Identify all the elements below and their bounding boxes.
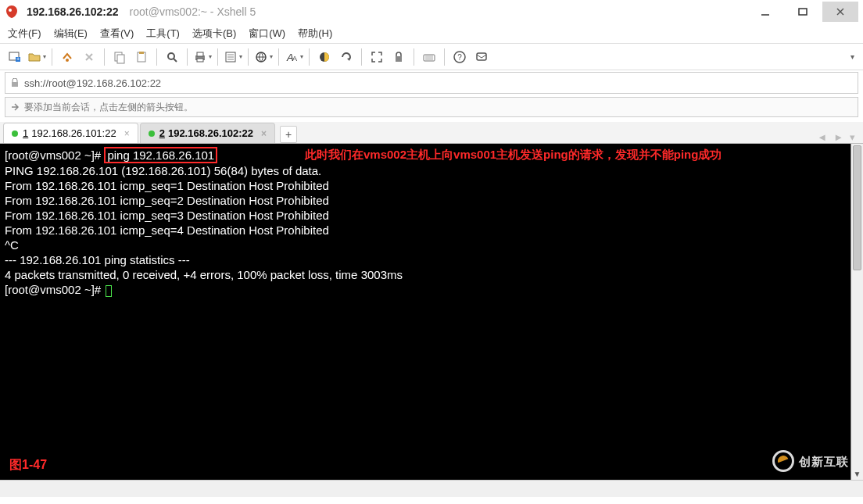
terminal-line: ^C bbox=[5, 238, 858, 252]
print-icon[interactable]: ▾ bbox=[192, 47, 213, 67]
svg-rect-12 bbox=[139, 52, 144, 54]
watermark: 创新互联 bbox=[772, 450, 849, 472]
tab-prev-icon: ◄ bbox=[817, 131, 827, 143]
svg-rect-34 bbox=[12, 82, 18, 87]
fullscreen-icon[interactable] bbox=[367, 47, 387, 67]
annotation-text: 此时我们在vms002主机上向vms001主机发送ping的请求，发现并不能pi… bbox=[305, 147, 722, 162]
session-tab-1[interactable]: 1 192.168.26.101:22 × bbox=[3, 123, 138, 143]
menu-help[interactable]: 帮助(H) bbox=[298, 27, 332, 41]
disconnect-icon[interactable] bbox=[79, 47, 99, 67]
status-bar bbox=[0, 480, 863, 497]
toolbar: + ▾ ▾ ▾ ▾ AA▾ ? ▾ bbox=[0, 44, 863, 70]
terminal-line: 4 packets transmitted, 0 received, +4 er… bbox=[5, 267, 858, 282]
watermark-logo-icon bbox=[772, 450, 794, 472]
svg-rect-16 bbox=[197, 52, 203, 56]
compose-icon[interactable] bbox=[471, 47, 492, 67]
copy-icon[interactable] bbox=[109, 47, 130, 67]
address-text: ssh://root@192.168.26.102:22 bbox=[24, 77, 858, 89]
terminal-line: From 192.168.26.101 icmp_seq=3 Destinati… bbox=[5, 208, 858, 223]
cursor-icon bbox=[106, 285, 112, 297]
status-dot-icon bbox=[149, 130, 155, 137]
new-session-icon[interactable]: + bbox=[5, 47, 25, 67]
new-tab-button[interactable]: + bbox=[280, 126, 297, 143]
scrollbar-down-icon[interactable]: ▼ bbox=[851, 467, 863, 480]
find-icon[interactable] bbox=[162, 47, 182, 67]
menu-file[interactable]: 文件(F) bbox=[8, 27, 41, 41]
session-tab-2[interactable]: 2 192.168.26.102:22 × bbox=[140, 123, 275, 143]
watermark-text: 创新互联 bbox=[799, 454, 849, 469]
scrollbar-thumb[interactable] bbox=[853, 145, 861, 270]
terminal-line: --- 192.168.26.101 ping statistics --- bbox=[5, 252, 858, 267]
tab1-label: 192.168.26.101:22 bbox=[31, 127, 116, 139]
terminal-line: From 192.168.26.101 icmp_seq=4 Destinati… bbox=[5, 223, 858, 238]
tab2-number: 2 bbox=[159, 127, 165, 139]
figure-label: 图1-47 bbox=[9, 457, 47, 472]
tab2-close-icon[interactable]: × bbox=[261, 128, 267, 139]
tab-next-icon: ► bbox=[833, 131, 843, 143]
refresh-icon[interactable] bbox=[336, 47, 356, 67]
toolbar-overflow-icon[interactable]: ▾ bbox=[846, 52, 858, 61]
window-title-sub: root@vms002:~ - Xshell 5 bbox=[130, 5, 256, 18]
terminal-line: From 192.168.26.101 icmp_seq=1 Destinati… bbox=[5, 178, 858, 193]
tab2-label: 192.168.26.102:22 bbox=[168, 127, 253, 139]
svg-point-13 bbox=[168, 53, 174, 59]
svg-point-8 bbox=[66, 59, 69, 62]
app-logo-icon bbox=[5, 5, 19, 19]
tab-list-icon: ▾ bbox=[850, 131, 855, 143]
svg-text:?: ? bbox=[457, 53, 462, 62]
title-bar: 192.168.26.102:22 root@vms002:~ - Xshell… bbox=[0, 0, 863, 23]
paste-icon[interactable] bbox=[131, 47, 152, 67]
svg-text:A: A bbox=[292, 55, 297, 63]
keymap-icon[interactable] bbox=[419, 47, 439, 67]
properties-icon[interactable]: ▾ bbox=[223, 47, 243, 67]
terminal-scrollbar[interactable]: ▼ bbox=[850, 144, 863, 480]
menu-bar: 文件(F) 编辑(E) 查看(V) 工具(T) 选项卡(B) 窗口(W) 帮助(… bbox=[0, 23, 863, 44]
svg-rect-33 bbox=[477, 53, 486, 60]
menu-edit[interactable]: 编辑(E) bbox=[54, 27, 88, 41]
svg-point-0 bbox=[9, 9, 12, 12]
tab1-number: 1 bbox=[23, 127, 28, 139]
status-dot-icon bbox=[12, 130, 18, 137]
window-title-ip: 192.168.26.102:22 bbox=[27, 5, 119, 18]
menu-window[interactable]: 窗口(W) bbox=[249, 27, 285, 41]
svg-rect-2 bbox=[799, 9, 807, 15]
minimize-button[interactable] bbox=[747, 2, 783, 22]
menu-tabs[interactable]: 选项卡(B) bbox=[192, 27, 236, 41]
svg-rect-10 bbox=[117, 55, 124, 63]
menu-view[interactable]: 查看(V) bbox=[100, 27, 134, 41]
web-icon[interactable]: ▾ bbox=[253, 47, 274, 67]
hint-text: 要添加当前会话，点击左侧的箭头按钮。 bbox=[24, 101, 193, 114]
color-scheme-icon[interactable] bbox=[314, 47, 335, 67]
address-bar[interactable]: ssh://root@192.168.26.102:22 bbox=[5, 72, 858, 94]
tab-nav-arrows[interactable]: ◄►▾ bbox=[817, 131, 860, 143]
terminal-line: [root@vms002 ~]# bbox=[5, 282, 858, 297]
svg-line-14 bbox=[174, 59, 177, 62]
terminal-line: From 192.168.26.101 icmp_seq=2 Destinati… bbox=[5, 193, 858, 208]
help-icon[interactable]: ? bbox=[449, 47, 470, 67]
maximize-button[interactable] bbox=[785, 2, 821, 22]
reconnect-icon[interactable] bbox=[57, 47, 77, 67]
tab-strip: 1 192.168.26.101:22 × 2 192.168.26.102:2… bbox=[0, 122, 863, 144]
terminal-pane[interactable]: 此时我们在vms002主机上向vms001主机发送ping的请求，发现并不能pi… bbox=[0, 144, 863, 480]
lock-small-icon bbox=[5, 78, 24, 88]
highlighted-command: ping 192.168.26.101 bbox=[104, 147, 217, 163]
lock-icon[interactable] bbox=[389, 47, 409, 67]
font-icon[interactable]: AA▾ bbox=[284, 47, 304, 67]
hint-bar: 要添加当前会话，点击左侧的箭头按钮。 bbox=[5, 97, 858, 117]
terminal-line: PING 192.168.26.101 (192.168.26.101) 56(… bbox=[5, 163, 858, 178]
svg-rect-17 bbox=[197, 59, 203, 62]
close-button[interactable] bbox=[822, 2, 858, 22]
hint-arrow-icon[interactable] bbox=[5, 102, 24, 113]
svg-text:+: + bbox=[16, 55, 20, 63]
open-folder-icon[interactable]: ▾ bbox=[27, 47, 47, 67]
menu-tools[interactable]: 工具(T) bbox=[146, 27, 180, 41]
svg-rect-26 bbox=[396, 56, 402, 62]
tab1-close-icon[interactable]: × bbox=[124, 128, 130, 139]
